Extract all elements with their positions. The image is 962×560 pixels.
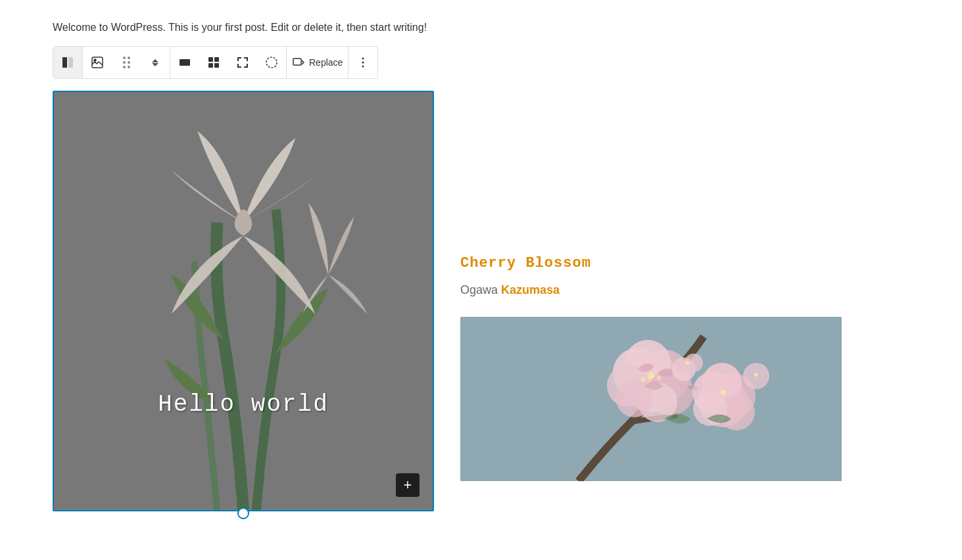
svg-point-11 xyxy=(362,58,364,60)
slider-dot-icon xyxy=(237,507,249,519)
align-full-icon xyxy=(178,56,191,69)
author-name: Kazumasa xyxy=(501,283,560,296)
replace-label: Replace xyxy=(309,57,343,68)
expand-icon xyxy=(236,56,249,69)
more-options-icon xyxy=(356,56,370,69)
grid-icon xyxy=(207,56,220,69)
add-block-button[interactable]: + xyxy=(396,473,420,497)
svg-rect-1 xyxy=(68,57,73,68)
toolbar-group-1 xyxy=(53,47,83,78)
circle-select-button[interactable] xyxy=(257,47,286,78)
author-prefix: Ogawa xyxy=(460,283,501,296)
image-icon xyxy=(91,56,104,69)
circle-select-icon xyxy=(265,56,278,69)
cherry-blossom-image xyxy=(460,317,842,481)
page-wrapper: Welcome to WordPress. This is your first… xyxy=(0,0,962,531)
expand-button[interactable] xyxy=(228,47,257,78)
chevrons-icon xyxy=(152,59,158,66)
svg-point-3 xyxy=(94,59,96,61)
hello-world-text: Hello world xyxy=(158,391,329,418)
svg-rect-0 xyxy=(62,57,67,68)
drag-handle-button[interactable] xyxy=(112,47,141,78)
plus-icon: + xyxy=(404,477,412,494)
svg-rect-4 xyxy=(180,59,190,66)
flower-illustration xyxy=(54,92,433,510)
toolbar-group-2 xyxy=(83,47,170,78)
drag-dots-icon xyxy=(123,57,130,68)
svg-point-33 xyxy=(721,390,726,395)
svg-point-36 xyxy=(685,361,689,365)
toolbar-group-3 xyxy=(170,47,287,78)
author-line: Ogawa Kazumasa xyxy=(460,283,909,297)
svg-point-13 xyxy=(362,66,364,68)
replace-group[interactable]: Replace xyxy=(287,47,349,78)
toolbar-group-more xyxy=(349,47,377,78)
svg-rect-8 xyxy=(214,63,219,68)
image-type-button[interactable] xyxy=(83,47,112,78)
move-up-down-button[interactable] xyxy=(141,47,170,78)
toggle-sidebar-icon xyxy=(61,56,74,69)
image-block-wrapper: Hello world + xyxy=(53,91,434,511)
svg-point-26 xyxy=(657,376,661,380)
block-toolbar: Replace xyxy=(53,46,378,79)
svg-rect-10 xyxy=(293,58,301,65)
svg-point-9 xyxy=(266,57,277,68)
align-full-button[interactable] xyxy=(170,47,199,78)
image-block[interactable]: Hello world + xyxy=(53,91,434,511)
svg-point-38 xyxy=(754,373,758,377)
svg-point-25 xyxy=(641,377,645,381)
svg-point-12 xyxy=(362,62,364,64)
grid-view-button[interactable] xyxy=(199,47,228,78)
svg-point-24 xyxy=(648,373,654,379)
svg-rect-5 xyxy=(208,57,213,62)
svg-rect-6 xyxy=(214,57,219,62)
replace-icon xyxy=(292,56,305,69)
cherry-blossom-title: Cherry Blossom xyxy=(460,255,909,271)
content-area: Hello world + Cherry Blossom Ogawa Kazum… xyxy=(53,91,909,511)
right-content: Cherry Blossom Ogawa Kazumasa xyxy=(460,91,909,481)
toggle-sidebar-button[interactable] xyxy=(53,47,82,78)
slider-handle[interactable] xyxy=(237,507,249,519)
svg-rect-7 xyxy=(208,63,213,68)
more-options-button[interactable] xyxy=(349,47,377,78)
welcome-text: Welcome to WordPress. This is your first… xyxy=(53,20,909,35)
cherry-blossom-svg xyxy=(460,317,842,481)
